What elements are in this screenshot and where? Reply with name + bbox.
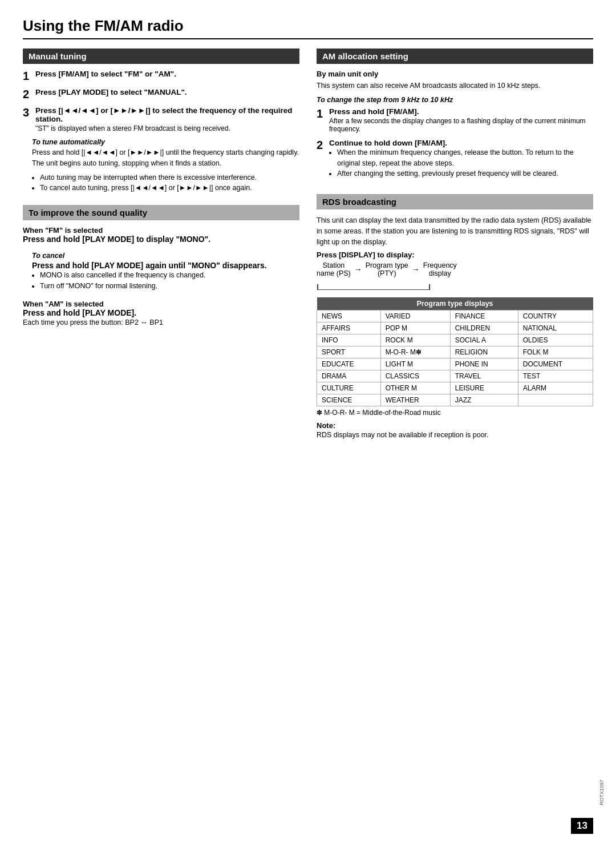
when-fm: When "FM" is selected Press and hold [PL…	[23, 226, 299, 244]
right-column: AM allocation setting By main unit only …	[317, 49, 593, 452]
am-body: This system can also receive AM broadcas…	[317, 80, 593, 91]
by-main-unit-label: By main unit only	[317, 70, 593, 78]
note-label: Note:	[317, 421, 593, 430]
table-cell: SPORT	[317, 346, 381, 358]
table-cell: TRAVEL	[450, 370, 518, 382]
step-1: 1 Press [FM/AM] to select "FM" or "AM".	[23, 70, 299, 82]
table-row: CULTUREOTHER MLEISUREALARM	[317, 382, 593, 394]
footnote: ✽ M-O-R- M = Middle-of-the-Road music	[317, 409, 593, 417]
table-cell: ALARM	[518, 382, 593, 394]
table-cell: PHONE IN	[450, 358, 518, 370]
table-cell	[518, 394, 593, 406]
table-cell: JAZZ	[450, 394, 518, 406]
table-cell: WEATHER	[380, 394, 450, 406]
am-step2-bullets: When the minimum frequency changes, rele…	[329, 147, 593, 179]
table-header: Program type displays	[317, 297, 593, 310]
table-cell: CHILDREN	[450, 322, 518, 334]
table-row: EDUCATELIGHT MPHONE INDOCUMENT	[317, 358, 593, 370]
table-cell: NATIONAL	[518, 322, 593, 334]
press-display-label: Press [DISPLAY] to display:	[317, 251, 593, 259]
table-cell: AFFAIRS	[317, 322, 381, 334]
table-cell: CLASSICS	[380, 370, 450, 382]
table-row: SCIENCEWEATHERJAZZ	[317, 394, 593, 406]
table-row: SPORTM-O-R- M✽RELIGIONFOLK M	[317, 346, 593, 358]
table-cell: DRAMA	[317, 370, 381, 382]
page-title: Using the FM/AM radio	[23, 17, 593, 39]
step-3: 3 Press [|◄◄/◄◄] or [►►/►►|] to select t…	[23, 106, 299, 132]
am-step-2: 2 Continue to hold down [FM/AM]. When th…	[317, 139, 593, 183]
cancel-bullets: MONO is also cancelled if the frequency …	[32, 270, 299, 292]
arrow-1: →	[354, 265, 362, 274]
table-cell: COUNTRY	[518, 310, 593, 322]
manual-tuning-header: Manual tuning	[23, 49, 299, 64]
table-cell: LEISURE	[450, 382, 518, 394]
table-cell: LIGHT M	[380, 358, 450, 370]
program-type-table: Program type displays NEWSVARIEDFINANCEC…	[317, 297, 593, 406]
table-cell: TEST	[518, 370, 593, 382]
am-step-1: 1 Press and hold [FM/AM]. After a few se…	[317, 107, 593, 133]
table-cell: SOCIAL A	[450, 334, 518, 346]
table-cell: FINANCE	[450, 310, 518, 322]
change-step-heading: To change the step from 9 kHz to 10 kHz	[317, 96, 593, 104]
page-number: 13	[571, 818, 593, 834]
table-cell: CULTURE	[317, 382, 381, 394]
rds-header: RDS broadcasting	[317, 194, 593, 209]
tune-bullets: Auto tuning may be interrupted when ther…	[32, 172, 299, 194]
table-cell: ROCK M	[380, 334, 450, 346]
table-cell: NEWS	[317, 310, 381, 322]
rotx-label: ROTX1097	[599, 780, 605, 805]
table-row: DRAMACLASSICSTRAVELTEST	[317, 370, 593, 382]
table-cell: POP M	[380, 322, 450, 334]
am-allocation-section: AM allocation setting By main unit only …	[317, 49, 593, 183]
improve-quality-header: To improve the sound quality	[23, 205, 299, 220]
table-cell: FOLK M	[518, 346, 593, 358]
table-row: NEWSVARIEDFINANCECOUNTRY	[317, 310, 593, 322]
table-row: AFFAIRSPOP MCHILDRENNATIONAL	[317, 322, 593, 334]
am-allocation-header: AM allocation setting	[317, 49, 593, 64]
table-cell: M-O-R- M✽	[380, 346, 450, 358]
note-body: RDS displays may not be available if rec…	[317, 430, 593, 441]
table-cell: DOCUMENT	[518, 358, 593, 370]
when-am: When "AM" is selected Press and hold [PL…	[23, 300, 299, 328]
table-cell: EDUCATE	[317, 358, 381, 370]
table-cell: OLDIES	[518, 334, 593, 346]
display-flow: Station name (PS) → Program type (PTY) →…	[317, 261, 593, 277]
step-2: 2 Press [PLAY MODE] to select "MANUAL".	[23, 88, 299, 100]
to-tune-auto: To tune automatically Press and hold [|◄…	[23, 138, 299, 193]
left-column: Manual tuning 1 Press [FM/AM] to select …	[23, 49, 299, 452]
display-bracket	[317, 283, 593, 292]
table-cell: OTHER M	[380, 382, 450, 394]
to-cancel: To cancel Press and hold [PLAY MODE] aga…	[23, 252, 299, 292]
table-cell: RELIGION	[450, 346, 518, 358]
rds-section: RDS broadcasting This unit can display t…	[317, 194, 593, 441]
manual-tuning-section: Manual tuning 1 Press [FM/AM] to select …	[23, 49, 299, 193]
rds-body: This unit can display the text data tran…	[317, 215, 593, 247]
table-row: INFOROCK MSOCIAL AOLDIES	[317, 334, 593, 346]
table-cell: VARIED	[380, 310, 450, 322]
table-cell: INFO	[317, 334, 381, 346]
arrow-2: →	[412, 265, 420, 274]
table-cell: SCIENCE	[317, 394, 381, 406]
improve-quality-section: To improve the sound quality When "FM" i…	[23, 205, 299, 328]
